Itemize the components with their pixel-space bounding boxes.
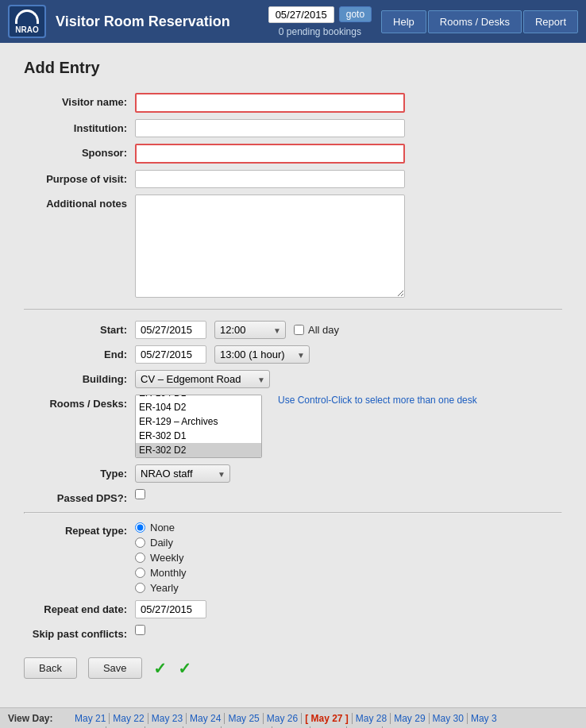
app-title: Visitor Room Reservation (56, 13, 259, 30)
bottom-nav: View Day: May 21 May 22 May 23 May 24 Ma… (0, 707, 586, 728)
end-date-input[interactable] (135, 345, 206, 364)
repeat-type-group: None Daily Weekly Monthly Yearly (135, 522, 187, 594)
end-time-select[interactable]: 13:00 (1 hour) 14:00 (2 hours) (214, 345, 310, 364)
logo-text: NRAO (15, 25, 38, 34)
repeat-end-date-input[interactable] (135, 600, 206, 618)
repeat-yearly-option[interactable]: Yearly (135, 582, 187, 594)
nrao-logo: NRAO (8, 5, 46, 38)
start-row: Start: 12:00 12:30 13:00 ▼ All day (24, 321, 562, 339)
repeat-end-date-row: Repeat end date: (24, 600, 562, 618)
check-icon-1: ✓ (153, 659, 167, 678)
check-icon-2: ✓ (178, 659, 191, 678)
sponsor-label: Sponsor: (24, 144, 135, 159)
purpose-input[interactable] (135, 170, 405, 188)
building-wrap: CV – Edgemont Road Other Building ▼ (135, 370, 270, 388)
day-link-may28[interactable]: May 28 (353, 713, 391, 724)
day-links: May 21 May 22 May 23 May 24 May 25 May 2… (71, 713, 500, 724)
visitor-name-input[interactable] (135, 93, 405, 113)
sponsor-input[interactable] (135, 144, 405, 164)
sponsor-row: Sponsor: (24, 144, 562, 164)
notes-label: Additional notes (24, 195, 135, 210)
repeat-end-date-label: Repeat end date: (24, 600, 135, 615)
rooms-label: Rooms / Desks: (24, 395, 135, 410)
repeat-weekly-radio[interactable] (135, 553, 145, 563)
day-link-may27[interactable]: [ May 27 ] (302, 713, 353, 724)
repeat-type-row: Repeat type: None Daily Weekly Monthly (24, 522, 562, 594)
repeat-yearly-radio[interactable] (135, 583, 145, 593)
start-time-select[interactable]: 12:00 12:30 13:00 (214, 321, 286, 339)
logo-arc (15, 10, 39, 24)
repeat-none-radio[interactable] (135, 522, 145, 533)
building-label: Building: (24, 370, 135, 385)
visitor-name-row: Visitor name: (24, 93, 562, 113)
goto-button[interactable]: goto (339, 6, 372, 22)
repeat-monthly-option[interactable]: Monthly (135, 567, 187, 579)
action-row: Back Save ✓ ✓ (24, 657, 562, 679)
skip-conflicts-checkbox[interactable] (135, 625, 145, 635)
header-date-block: 05/27/2015 goto 0 pending bookings (268, 6, 372, 37)
repeat-weekly-option[interactable]: Weekly (135, 552, 187, 564)
notes-row: Additional notes (24, 195, 562, 298)
day-link-may26[interactable]: May 26 (264, 713, 302, 724)
report-nav-button[interactable]: Report (523, 10, 578, 33)
skip-conflicts-label: Skip past conflicts: (24, 625, 135, 640)
divider-1 (24, 309, 562, 310)
day-link-may22[interactable]: May 22 (110, 713, 148, 724)
day-link-may29[interactable]: May 29 (391, 713, 429, 724)
header-nav: Help Rooms / Desks Report (381, 10, 578, 33)
day-link-may24[interactable]: May 24 (187, 713, 225, 724)
day-link-may23[interactable]: May 23 (148, 713, 187, 724)
building-select[interactable]: CV – Edgemont Road Other Building (135, 370, 270, 388)
visitor-name-label: Visitor name: (24, 93, 135, 108)
add-entry-form: Visitor name: Institution: Sponsor: Purp… (24, 93, 562, 679)
repeat-type-label: Repeat type: (24, 522, 135, 537)
type-label: Type: (24, 464, 135, 480)
help-nav-button[interactable]: Help (381, 10, 426, 33)
repeat-none-option[interactable]: None (135, 522, 187, 533)
divider-2 (24, 512, 562, 514)
repeat-monthly-radio[interactable] (135, 568, 145, 578)
day-link-may21[interactable]: May 21 (71, 713, 110, 724)
passed-dps-label: Passed DPS?: (24, 489, 135, 504)
repeat-daily-option[interactable]: Daily (135, 537, 187, 549)
day-link-may30[interactable]: May 30 (430, 713, 468, 724)
day-link-may3[interactable]: May 3 (468, 713, 500, 724)
view-day-label: View Day: (8, 713, 71, 724)
day-link-may25[interactable]: May 25 (225, 713, 263, 724)
skip-conflicts-row: Skip past conflicts: (24, 625, 562, 640)
page-title: Add Entry (24, 59, 562, 77)
rooms-hint: Use Control-Click to select more than on… (278, 395, 477, 406)
pending-bookings: 0 pending bookings (279, 26, 361, 37)
end-row: End: 13:00 (1 hour) 14:00 (2 hours) ▼ (24, 345, 562, 364)
institution-row: Institution: (24, 119, 562, 137)
end-label: End: (24, 345, 135, 360)
start-time-wrap: 12:00 12:30 13:00 ▼ (214, 321, 286, 339)
institution-label: Institution: (24, 119, 135, 134)
type-wrap: NRAO staff Visitor Other ▼ (135, 464, 230, 483)
purpose-row: Purpose of visit: (24, 170, 562, 188)
building-row: Building: CV – Edgemont Road Other Build… (24, 370, 562, 388)
purpose-label: Purpose of visit: (24, 170, 135, 185)
rooms-desks-nav-button[interactable]: Rooms / Desks (428, 10, 522, 33)
passed-dps-checkbox[interactable] (135, 489, 145, 499)
save-button[interactable]: Save (88, 657, 142, 679)
rooms-listbox[interactable]: ER-104 D1 ER-104 D2 ER-129 – Archives ER… (135, 395, 262, 458)
rooms-row: Rooms / Desks: ER-104 D1 ER-104 D2 ER-12… (24, 395, 562, 458)
current-date[interactable]: 05/27/2015 (268, 6, 334, 23)
header: NRAO Visitor Room Reservation 05/27/2015… (0, 0, 586, 43)
end-time-wrap: 13:00 (1 hour) 14:00 (2 hours) ▼ (214, 345, 310, 364)
main-content: Add Entry Visitor name: Institution: Spo… (0, 43, 586, 707)
back-button[interactable]: Back (24, 657, 77, 679)
passed-dps-row: Passed DPS?: (24, 489, 562, 504)
view-day-row: View Day: May 21 May 22 May 23 May 24 Ma… (8, 713, 578, 724)
repeat-daily-radio[interactable] (135, 537, 145, 548)
allday-checkbox[interactable] (294, 325, 304, 335)
type-select[interactable]: NRAO staff Visitor Other (135, 464, 230, 483)
institution-input[interactable] (135, 119, 405, 137)
start-label: Start: (24, 321, 135, 336)
start-date-input[interactable] (135, 321, 206, 339)
type-row: Type: NRAO staff Visitor Other ▼ (24, 464, 562, 483)
allday-label: All day (294, 324, 339, 336)
notes-textarea[interactable] (135, 195, 405, 298)
